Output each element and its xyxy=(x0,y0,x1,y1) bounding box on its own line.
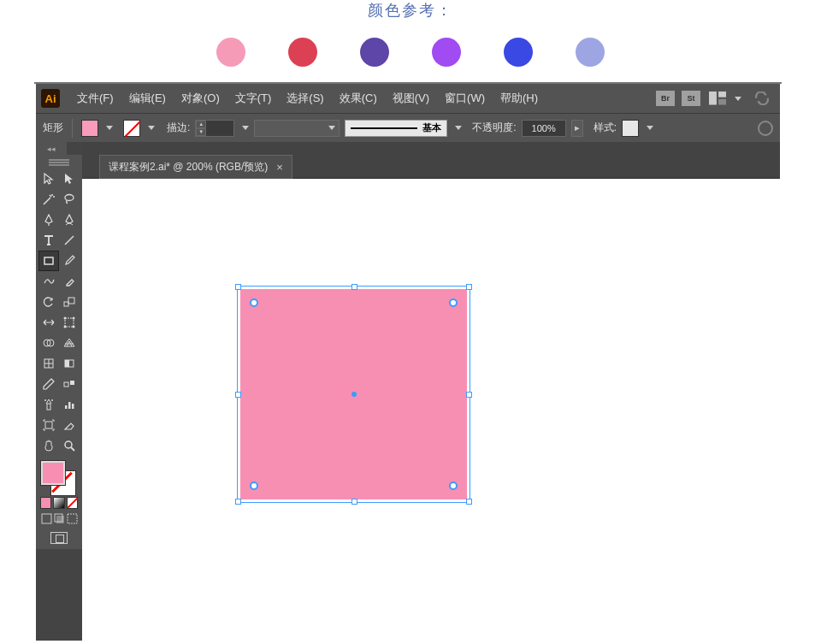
stroke-color-dropdown[interactable] xyxy=(148,126,155,130)
zoom-tool[interactable] xyxy=(59,435,80,456)
symbol-sprayer-tool[interactable] xyxy=(38,394,59,415)
svg-rect-20 xyxy=(47,404,50,410)
free-transform-tool[interactable] xyxy=(59,312,80,333)
svg-rect-8 xyxy=(65,318,74,327)
eyedropper-tool[interactable] xyxy=(38,374,59,394)
resize-handle-tr[interactable] xyxy=(466,284,472,290)
screen-mode-button[interactable] xyxy=(36,527,82,549)
opacity-dropdown[interactable]: ▸ xyxy=(571,120,583,137)
svg-rect-19 xyxy=(70,381,74,385)
brush-definition[interactable]: 基本 xyxy=(345,120,447,137)
bridge-button[interactable]: Br xyxy=(656,91,675,106)
illustrator-window: Ai 文件(F) 编辑(E) 对象(O) 文字(T) 选择(S) 效果(C) 视… xyxy=(36,84,780,641)
type-tool[interactable] xyxy=(38,230,59,251)
blend-tool[interactable] xyxy=(59,374,80,394)
color-reference-swatches xyxy=(0,38,821,67)
stroke-color-swatch[interactable] xyxy=(123,120,140,137)
stock-button[interactable]: St xyxy=(682,91,700,106)
svg-rect-26 xyxy=(45,422,52,428)
curvature-tool[interactable] xyxy=(59,210,80,230)
color-dot-6 xyxy=(576,38,605,67)
lasso-tool[interactable] xyxy=(59,189,80,210)
svg-point-12 xyxy=(73,326,75,328)
scale-tool[interactable] xyxy=(59,292,80,312)
toolbar-grip[interactable] xyxy=(36,158,82,167)
svg-point-22 xyxy=(51,399,53,401)
mesh-tool[interactable] xyxy=(38,353,59,374)
document-tab[interactable]: 课程案例2.ai* @ 200% (RGB/预览) × xyxy=(99,155,292,179)
draw-inside[interactable] xyxy=(66,512,78,525)
rotate-tool[interactable] xyxy=(38,292,59,312)
opacity-label: 不透明度: xyxy=(472,121,516,135)
eraser-tool[interactable] xyxy=(59,271,80,292)
tool-panel xyxy=(36,155,82,549)
fill-color-swatch[interactable] xyxy=(81,120,98,137)
svg-rect-7 xyxy=(68,298,74,304)
menu-select[interactable]: 选择(S) xyxy=(280,86,330,111)
draw-normal[interactable] xyxy=(40,512,52,525)
pencil-tool[interactable] xyxy=(38,271,59,292)
svg-line-4 xyxy=(65,236,74,245)
document-close-button[interactable]: × xyxy=(276,161,283,174)
menu-file[interactable]: 文件(F) xyxy=(70,86,121,111)
color-dot-5 xyxy=(504,38,533,67)
svg-rect-23 xyxy=(65,405,68,409)
canvas[interactable] xyxy=(82,179,780,641)
menu-type[interactable]: 文字(T) xyxy=(228,86,279,111)
color-mode-fill[interactable] xyxy=(40,497,51,509)
direct-selection-tool[interactable] xyxy=(59,168,80,189)
svg-rect-29 xyxy=(42,514,51,523)
rectangle-tool[interactable] xyxy=(38,251,59,271)
sync-icon[interactable] xyxy=(753,92,771,105)
menu-window[interactable]: 窗口(W) xyxy=(438,86,492,111)
stroke-weight-input[interactable]: ▲▼ xyxy=(195,120,234,137)
line-segment-tool[interactable] xyxy=(59,230,80,251)
draw-behind[interactable] xyxy=(53,512,65,525)
fill-indicator[interactable] xyxy=(41,461,65,485)
variable-width-dropdown[interactable] xyxy=(254,120,340,137)
color-mode-none[interactable] xyxy=(67,497,78,509)
selected-rectangle-object[interactable] xyxy=(237,286,470,503)
hand-tool[interactable] xyxy=(38,435,59,456)
menu-help[interactable]: 帮助(H) xyxy=(493,86,545,111)
width-tool[interactable] xyxy=(38,312,59,333)
fill-stroke-indicator[interactable] xyxy=(36,458,82,495)
fill-dropdown[interactable] xyxy=(106,126,113,130)
svg-point-9 xyxy=(64,317,67,320)
rectangle-shape[interactable] xyxy=(240,289,467,499)
gradient-tool[interactable] xyxy=(59,353,80,374)
shape-builder-tool[interactable] xyxy=(38,333,59,353)
artboard-tool[interactable] xyxy=(38,415,59,435)
resize-handle-bc[interactable] xyxy=(351,499,357,505)
menu-view[interactable]: 视图(V) xyxy=(386,86,436,111)
toolbar-collapse[interactable]: ◂◂ xyxy=(36,142,67,155)
svg-point-27 xyxy=(65,441,72,448)
selection-tool[interactable] xyxy=(38,168,59,189)
resize-handle-br[interactable] xyxy=(466,499,472,505)
pen-tool[interactable] xyxy=(38,210,59,230)
svg-point-11 xyxy=(64,326,67,328)
menu-effect[interactable]: 效果(C) xyxy=(333,86,384,111)
menu-edit[interactable]: 编辑(E) xyxy=(122,86,173,111)
stroke-weight-dropdown[interactable] xyxy=(242,126,249,130)
brush-dropdown[interactable] xyxy=(455,126,462,130)
style-dropdown[interactable] xyxy=(647,126,653,130)
menu-bar: Ai 文件(F) 编辑(E) 对象(O) 文字(T) 选择(S) 效果(C) 视… xyxy=(36,84,780,113)
magic-wand-tool[interactable] xyxy=(38,189,59,210)
color-dot-3 xyxy=(360,38,389,67)
style-swatch[interactable] xyxy=(622,120,639,137)
arrange-icon[interactable] xyxy=(709,92,726,105)
column-graph-tool[interactable] xyxy=(59,394,80,415)
opacity-input[interactable]: 100% xyxy=(522,120,566,137)
resize-handle-bl[interactable] xyxy=(235,499,241,505)
resize-handle-mr[interactable] xyxy=(466,392,472,398)
perspective-grid-tool[interactable] xyxy=(59,333,80,353)
svg-rect-32 xyxy=(68,514,77,523)
svg-rect-0 xyxy=(709,92,717,105)
menu-object[interactable]: 对象(O) xyxy=(174,86,227,111)
paintbrush-tool[interactable] xyxy=(59,251,80,271)
arrange-dropdown[interactable] xyxy=(735,97,741,101)
color-mode-gradient[interactable] xyxy=(53,497,64,509)
slice-tool[interactable] xyxy=(59,415,80,435)
recolor-artwork-icon[interactable] xyxy=(758,121,773,136)
